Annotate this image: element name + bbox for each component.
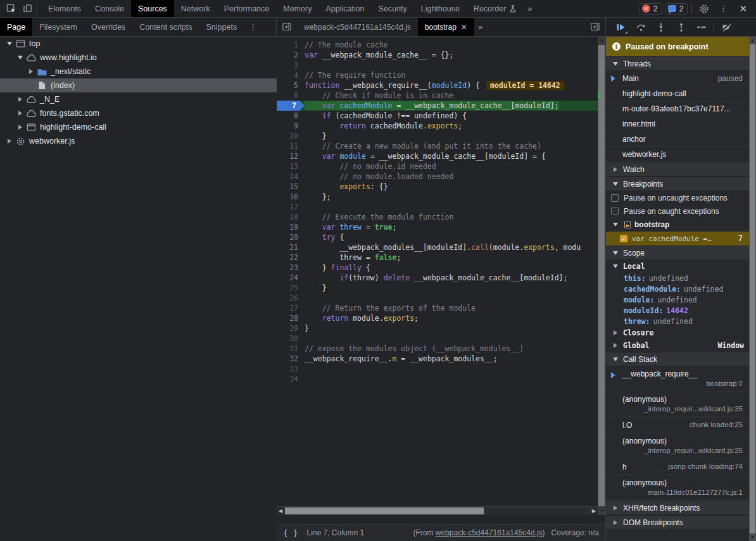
call-stack-section-header[interactable]: Call Stack (606, 352, 749, 366)
line-number[interactable]: 14 (277, 171, 305, 182)
exception-toggle[interactable]: Pause on caught exceptions (606, 204, 749, 218)
watch-section-header[interactable]: Watch (606, 162, 749, 177)
checkbox-unchecked-icon[interactable] (611, 194, 619, 202)
code-line-26[interactable]: 26 (277, 293, 598, 303)
step-into-button[interactable] (652, 19, 671, 35)
line-number[interactable]: 21 (277, 242, 305, 252)
line-number[interactable]: 16 (277, 192, 305, 202)
scope-section-header[interactable]: Scope (606, 246, 749, 260)
tree-item--next-static[interactable]: _next/static (0, 65, 277, 78)
editor-vertical-scrollbar[interactable]: ▲ ▼ (598, 37, 605, 515)
navigator-more-icon[interactable]: ⋮ (244, 18, 262, 36)
tree-item-www-highlight-io[interactable]: www.highlight.io (0, 51, 277, 65)
code-line-1[interactable]: 1// The module cache (277, 40, 598, 50)
step-out-button[interactable] (672, 19, 691, 35)
code-line-10[interactable]: 10 } (277, 131, 598, 141)
line-number[interactable]: 4 (277, 70, 305, 80)
line-number[interactable]: 11 (277, 141, 305, 151)
step-over-button[interactable] (631, 19, 650, 35)
source-map-link[interactable]: webpack-c5d447161a145c4d.js (436, 528, 543, 537)
scope-variable-module[interactable]: module:undefined (606, 294, 749, 305)
exception-toggle[interactable]: Pause on uncaught exceptions (606, 191, 749, 204)
line-number[interactable]: 28 (277, 313, 305, 323)
chevron-down-icon[interactable] (611, 264, 619, 268)
chevron-right-icon[interactable] (611, 343, 619, 348)
line-number[interactable]: 10 (277, 131, 305, 141)
code-line-17[interactable]: 17 (277, 202, 598, 212)
code-line-22[interactable]: 22 threw = false; (277, 252, 598, 263)
thread-webworker-js[interactable]: webworker.js (606, 147, 749, 162)
breakpoint-entry[interactable]: ✓var cachedModule =…7 (606, 232, 749, 246)
close-devtools-icon[interactable]: ✕ (734, 3, 752, 15)
chevron-down-icon[interactable] (16, 56, 24, 59)
tab-sources[interactable]: Sources (131, 0, 174, 17)
chevron-right-icon[interactable] (16, 111, 24, 116)
thread-m-outer-93afeeb17bc37e7117-[interactable]: m-outer-93afeeb17bc37e7117... (606, 101, 749, 116)
pretty-print-icon[interactable]: { } (283, 528, 298, 538)
line-number[interactable]: 24 (277, 273, 305, 283)
threads-section-header[interactable]: Threads (606, 56, 749, 71)
scope-variable-this[interactable]: this:undefined (606, 273, 749, 283)
scope-variable-moduleId[interactable]: moduleId:14642 (606, 305, 749, 316)
code-line-6[interactable]: 6 // Check if module is in cache (277, 90, 598, 101)
line-number[interactable]: 32 (277, 354, 305, 364)
code-line-24[interactable]: 24 if(threw) delete __webpack_module_cac… (277, 273, 598, 283)
stack-frame[interactable]: hjsonp chunk loading:74 (606, 459, 749, 475)
file-tab-bootstrap[interactable]: bootstrap✕ (418, 18, 474, 36)
navigator-tab-snippets[interactable]: Snippets (199, 18, 244, 36)
tree-item-fonts-gstatic-com[interactable]: fonts.gstatic.com (0, 106, 277, 120)
chevron-right-icon[interactable] (27, 69, 35, 74)
chevron-right-icon[interactable] (16, 125, 24, 130)
close-tab-icon[interactable]: ✕ (461, 23, 467, 32)
chevron-down-icon[interactable] (611, 223, 619, 227)
chevron-right-icon[interactable] (16, 97, 24, 102)
line-number[interactable]: 15 (277, 182, 305, 192)
stack-frame[interactable]: __webpack_require__bootstrap:7 (606, 366, 749, 392)
code-line-31[interactable]: 31// expose the modules object (__webpac… (277, 344, 598, 354)
show-debugger-sidebar-icon[interactable] (585, 18, 605, 36)
line-number[interactable]: 17 (277, 202, 305, 212)
scope-local[interactable]: Local (606, 260, 749, 273)
code-line-28[interactable]: 28 return module.exports; (277, 313, 598, 323)
line-number[interactable]: 33 (277, 364, 305, 374)
sidebar-scrollbar[interactable]: ▲▼ (749, 37, 756, 541)
stack-frame[interactable]: l.Ochunk loaded:25 (606, 417, 749, 433)
tree-item-webworker-js[interactable]: webworker.js (0, 134, 277, 148)
line-number[interactable]: 8 (277, 111, 305, 121)
line-number[interactable]: 25 (277, 283, 305, 293)
code-line-8[interactable]: 8 if (cachedModule !== undefined) { (277, 111, 598, 121)
more-file-tabs-icon[interactable]: » (474, 18, 486, 36)
more-panels-icon[interactable]: » (524, 4, 536, 13)
navigator-tab-filesystem[interactable]: Filesystem (32, 18, 84, 36)
navigator-tab-page[interactable]: Page (0, 18, 32, 36)
line-number[interactable]: 12 (277, 151, 305, 161)
scope-variable-cachedModule[interactable]: cachedModule:undefined (606, 283, 749, 294)
line-number[interactable]: 5 (277, 80, 305, 90)
line-number[interactable]: 27 (277, 303, 305, 313)
code-line-16[interactable]: 16 }; (277, 192, 598, 202)
tab-performance[interactable]: Performance (217, 0, 277, 17)
line-number[interactable]: 23 (277, 263, 305, 273)
chevron-right-icon[interactable] (611, 330, 619, 335)
line-number[interactable]: 9 (277, 121, 305, 131)
code-line-4[interactable]: 4// The require function (277, 70, 598, 80)
code-line-15[interactable]: 15 exports: {} (277, 182, 598, 192)
line-number[interactable]: 31 (277, 344, 305, 354)
tab-security[interactable]: Security (372, 0, 414, 17)
code-editor[interactable]: 1// The module cache2var __webpack_modul… (277, 37, 605, 524)
scope-global[interactable]: GlobalWindow (606, 339, 749, 352)
tree-item--index-[interactable]: (index) (0, 78, 277, 92)
code-line-2[interactable]: 2var __webpack_module_cache__ = {}; (277, 50, 598, 60)
more-options-icon[interactable]: ⋮ (715, 1, 731, 16)
error-badge[interactable]: ✕ 2 (639, 3, 662, 15)
code-line-5[interactable]: 5function __webpack_require__(moduleId) … (277, 80, 598, 90)
code-line-34[interactable]: 34 (277, 374, 598, 384)
chevron-down-icon[interactable] (5, 42, 13, 46)
tab-network[interactable]: Network (174, 0, 217, 17)
tree-item-highlight-demo-call[interactable]: highlight-demo-call (0, 120, 277, 134)
line-number[interactable]: 20 (277, 232, 305, 242)
line-number[interactable]: 6 (277, 90, 305, 101)
stack-frame[interactable]: (anonymous)_interop_requir...wildcard.js… (606, 392, 749, 417)
xhr-breakpoints-section-header[interactable]: XHR/fetch Breakpoints (606, 501, 749, 515)
step-button[interactable] (692, 19, 711, 35)
